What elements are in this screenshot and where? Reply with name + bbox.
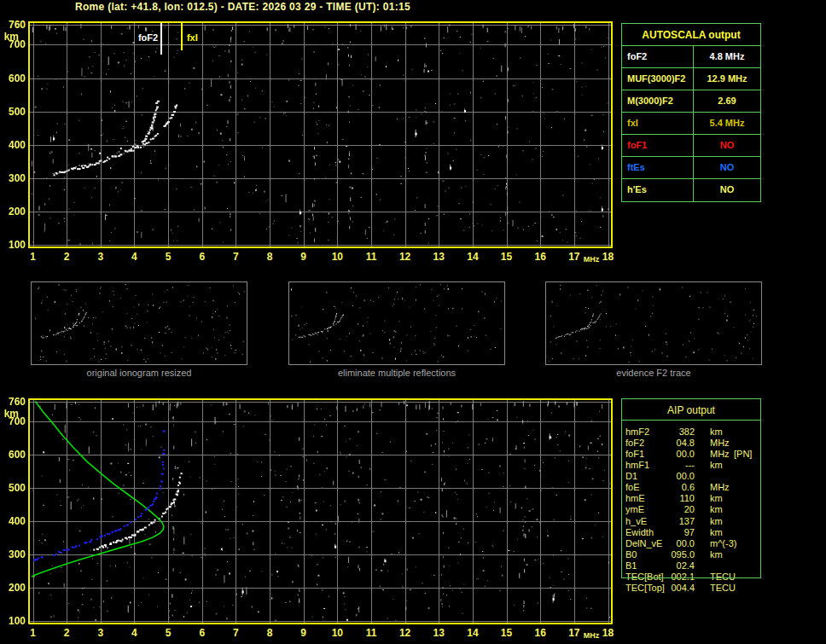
thumbnail-evidence-f2 <box>545 281 762 365</box>
autoscala-row-hes: h'EsNO <box>622 179 760 201</box>
aip-table-header: AIP output <box>622 399 760 421</box>
parameter-name: B0 <box>625 549 637 560</box>
autoscala-window: Rome (lat: +41.8, lon: 012.5) - DATE: 20… <box>0 0 826 644</box>
parameter-value: 004.4 <box>652 583 695 593</box>
y-axis-tick-760: 760 <box>2 397 26 407</box>
aip-row-d1: D100.0 <box>621 471 761 482</box>
aip-row-hmf2: hmF2382km <box>621 426 761 438</box>
autoscala-output-table: AUTOSCALA output foF24.8 MHzMUF(3000)F21… <box>621 23 761 202</box>
parameter-value: 97 <box>652 527 695 537</box>
parameter-unit: km <box>710 504 723 514</box>
parameter-value: NO <box>694 157 760 178</box>
autoscala-row-ftes: ftEsNO <box>622 157 760 179</box>
parameter-unit: MHz <box>710 438 730 448</box>
thumbnail-caption-1: original ionogram resized <box>45 368 233 378</box>
parameter-unit: km <box>710 527 723 537</box>
y-axis-tick-500: 500 <box>2 107 26 117</box>
parameter-value: --- <box>652 460 695 470</box>
parameter-value: NO <box>694 179 760 201</box>
x-axis-tick-9: 9 <box>291 628 317 638</box>
autoscala-row-fof1: foF1NO <box>622 135 760 157</box>
parameter-value: 20 <box>652 504 695 514</box>
aip-row-hmf1: hmF1---km <box>621 460 761 471</box>
parameter-value: 002.1 <box>652 571 695 582</box>
y-axis-tick-600: 600 <box>2 450 26 460</box>
x-axis-tick-13: 13 <box>426 628 451 638</box>
aip-row-tecbot: TEC[Bot]002.1TECU <box>621 571 761 583</box>
x-axis-tick-6: 6 <box>189 252 215 262</box>
x-axis-tick-16: 16 <box>527 252 553 262</box>
x-axis-tick-8: 8 <box>257 252 282 262</box>
y-axis-tick-700: 700 <box>2 416 26 426</box>
y-axis-tick-200: 200 <box>2 583 26 593</box>
thumbnail-eliminate-reflections <box>288 281 505 365</box>
x-axis-tick-1: 1 <box>20 252 46 262</box>
x-axis-tick-2: 2 <box>54 252 79 262</box>
autoscala-table-header: AUTOSCALA output <box>622 24 760 46</box>
parameter-name: M(3000)F2 <box>622 90 694 112</box>
parameter-value: 00.0 <box>652 538 695 548</box>
station-date-time-title: Rome (lat: +41.8, lon: 012.5) - DATE: 20… <box>75 1 410 13</box>
thumbnail-eliminate-canvas <box>289 282 504 364</box>
parameter-name: foF1 <box>625 449 644 459</box>
x-axis-tick-12: 12 <box>393 252 418 262</box>
parameter-unit: km <box>710 460 723 470</box>
x-axis-tick-15: 15 <box>494 252 520 262</box>
y-axis-tick-300: 300 <box>2 549 26 560</box>
parameter-unit: km <box>710 493 723 503</box>
aip-row-ewidth: Ewidth97km <box>621 527 761 538</box>
x-axis-tick-5: 5 <box>155 628 181 638</box>
x-axis-tick-2: 2 <box>54 628 79 638</box>
parameter-value: 5.4 MHz <box>694 113 760 134</box>
parameter-name: D1 <box>625 471 637 481</box>
thumbnail-original-ionogram <box>31 281 247 365</box>
x-axis-tick-8: 8 <box>257 628 282 638</box>
autoscala-row-fxi: fxI5.4 MHz <box>622 113 760 135</box>
x-axis-tick-4: 4 <box>121 628 147 638</box>
aip-row-b1: B102.4 <box>621 560 761 571</box>
parameter-name: h'Es <box>622 179 694 201</box>
parameter-unit: km <box>710 516 723 526</box>
thumbnail-original-canvas <box>32 282 247 364</box>
aip-row-delnve: DelN_vE00.0m^(-3) <box>621 538 761 549</box>
parameter-name: foF1 <box>622 135 694 156</box>
x-axis-tick-12: 12 <box>393 628 418 638</box>
autoscala-row-m3000f2: M(3000)F22.69 <box>622 90 760 113</box>
aip-row-hme: hmE110km <box>621 493 761 504</box>
parameter-value: 00.0 <box>652 471 695 481</box>
parameter-unit: km <box>710 426 723 437</box>
ionogram-top-plot <box>28 21 613 248</box>
parameter-value: 2.69 <box>694 90 760 112</box>
parameter-value: NO <box>694 135 760 156</box>
thumbnail-evidence-canvas <box>546 282 761 364</box>
x-axis-tick-11: 11 <box>358 252 384 262</box>
y-axis-tick-100: 100 <box>2 240 26 250</box>
parameter-unit: MHz <box>710 482 730 492</box>
x-axis-tick-11: 11 <box>358 628 384 638</box>
x-axis-tick-15: 15 <box>494 628 520 638</box>
x-axis-tick-5: 5 <box>155 252 181 262</box>
x-axis-tick-7: 7 <box>223 628 248 638</box>
parameter-value: 110 <box>652 493 695 503</box>
ionogram-bottom-plot-with-profile <box>28 398 613 624</box>
thumbnail-caption-2: eliminate multiple reflections <box>303 368 491 378</box>
x-axis-tick-10: 10 <box>324 252 350 262</box>
parameter-value: 4.8 MHz <box>694 46 760 67</box>
parameter-unit: TECU <box>710 571 736 582</box>
y-axis-tick-200: 200 <box>2 206 26 217</box>
y-axis-tick-100: 100 <box>2 616 26 626</box>
aip-row-hve: h_vE137km <box>621 516 761 527</box>
autoscala-row-muf3000f2: MUF(3000)F212.9 MHz <box>622 68 760 90</box>
parameter-name: hmF1 <box>625 460 649 470</box>
x-axis-tick-13: 13 <box>426 252 451 262</box>
x-axis-tick-14: 14 <box>460 628 486 638</box>
y-axis-tick-700: 700 <box>2 39 26 49</box>
x-axis-tick-7: 7 <box>223 252 248 262</box>
parameter-name: ymE <box>625 504 644 514</box>
x-axis-tick-3: 3 <box>88 252 113 262</box>
parameter-value: 00.0 <box>652 449 695 459</box>
parameter-unit: m^(-3) <box>710 538 736 548</box>
aip-row-yme: ymE20km <box>621 504 761 515</box>
parameter-name: hmE <box>625 493 645 503</box>
x-axis-tick-6: 6 <box>189 628 215 638</box>
